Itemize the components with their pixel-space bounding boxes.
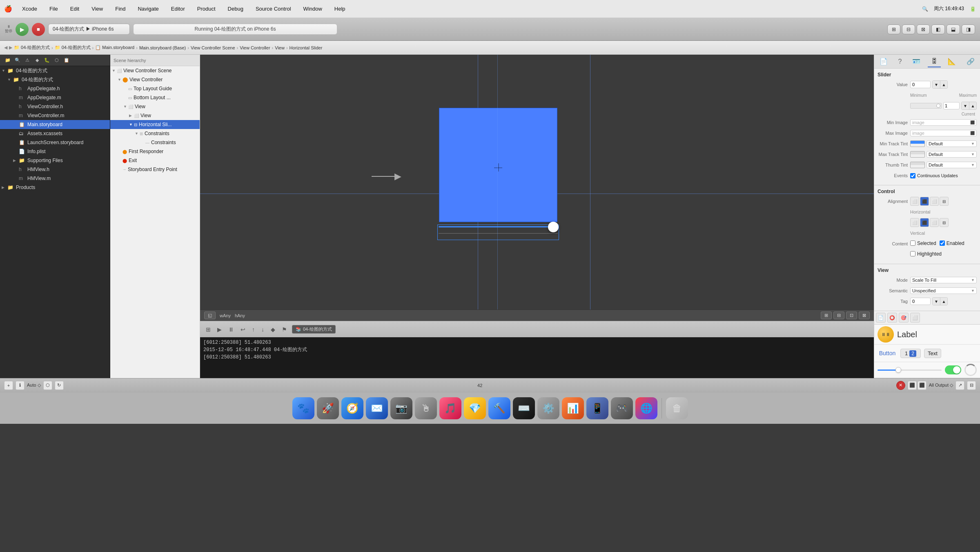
semantic-dropdown[interactable]: Unspecified ▼ bbox=[910, 287, 977, 294]
breadcrumb-project[interactable]: 📁 04-绘图的方式 bbox=[14, 45, 50, 51]
toolbar-play-btn[interactable]: ▶ bbox=[216, 325, 223, 334]
toolbar-exception-btn[interactable]: ⚑ bbox=[280, 325, 289, 334]
tree-item-viewcontroller-h[interactable]: h ViewController.h bbox=[0, 102, 110, 111]
current-value-input[interactable] bbox=[943, 102, 960, 109]
align-left-btn[interactable]: ⬜ bbox=[910, 197, 919, 206]
storyboard-item-view-inner[interactable]: ▶ ⬜ View bbox=[110, 111, 200, 120]
tree-item-appdelegate-h[interactable]: h AppDelegate.h bbox=[0, 84, 110, 93]
dock-simulator[interactable]: 📱 bbox=[586, 397, 608, 419]
menu-xcode[interactable]: Xcode bbox=[20, 5, 40, 13]
stepper-up2[interactable]: ▲ bbox=[969, 102, 976, 109]
hide-debug-btn[interactable]: ⬓ bbox=[947, 24, 960, 34]
tree-item-products[interactable]: ▶ 📁 Products bbox=[0, 183, 110, 192]
text-component[interactable]: Text bbox=[924, 349, 941, 358]
tab-size[interactable]: 📐 bbox=[944, 56, 959, 67]
toolbar-step-btn[interactable]: ↩ bbox=[239, 325, 247, 334]
canvas-size-button[interactable]: ◱ bbox=[204, 312, 216, 319]
dock-mouse[interactable]: 🖱 bbox=[415, 397, 437, 419]
continuous-updates-checkbox[interactable] bbox=[910, 173, 915, 178]
toolbar-toggle-btn[interactable]: ⊞ bbox=[204, 325, 212, 334]
stop-button[interactable]: ■ bbox=[32, 23, 45, 36]
dock-itunes[interactable]: 🎵 bbox=[439, 397, 461, 419]
align-center-btn[interactable]: ⬛ bbox=[920, 197, 929, 206]
menu-product[interactable]: Product bbox=[195, 5, 218, 13]
tree-item-main-storyboard[interactable]: 📋 Main.storyboard bbox=[0, 120, 110, 129]
menu-window[interactable]: Window bbox=[301, 5, 325, 13]
storyboard-item-top-layout[interactable]: ▭ Top Layout Guide bbox=[110, 84, 200, 93]
strip-box-icon[interactable]: ⬜ bbox=[910, 313, 920, 323]
tree-item-sub-root[interactable]: ▼ 📁 04-绘图的方式 bbox=[0, 75, 110, 84]
text-btn-preview[interactable]: 1 2 bbox=[900, 349, 921, 358]
menu-editor[interactable]: Editor bbox=[169, 5, 187, 13]
canvas-align-btn[interactable]: ⊟ bbox=[833, 312, 844, 319]
tree-item-root[interactable]: ▼ 📁 04-绘图的方式 bbox=[0, 66, 110, 75]
menu-edit[interactable]: Edit bbox=[68, 5, 82, 13]
run-button[interactable]: ▶ bbox=[16, 23, 29, 36]
menu-source-control[interactable]: Source Control bbox=[253, 5, 294, 13]
apple-menu[interactable]: 🍎 bbox=[4, 5, 12, 13]
align-bottom-btn[interactable]: ⬜ bbox=[930, 218, 939, 227]
tab-file[interactable]: 📄 bbox=[876, 56, 891, 67]
dock-safari[interactable]: 🧭 bbox=[341, 397, 363, 419]
max-tint-swatch[interactable] bbox=[910, 151, 925, 158]
dock-trash[interactable]: 🗑 bbox=[666, 397, 688, 419]
tag-stepper-up[interactable]: ▲ bbox=[940, 298, 947, 305]
storyboard-item-first-responder[interactable]: ⬤ First Responder bbox=[110, 147, 200, 156]
nav-debug-icon[interactable]: 🐛 bbox=[42, 56, 51, 65]
thumb-tint-swatch[interactable] bbox=[910, 162, 925, 168]
tab-connections[interactable]: 🔗 bbox=[963, 56, 978, 67]
strip-doc-icon[interactable]: 📄 bbox=[876, 313, 886, 323]
align-top-btn[interactable]: ⬜ bbox=[910, 218, 919, 227]
menu-help[interactable]: Help bbox=[332, 5, 348, 13]
storyboard-item-view[interactable]: ▼ ⬜ View bbox=[110, 102, 200, 111]
tag-stepper[interactable]: ▼ ▲ bbox=[932, 297, 948, 305]
breadcrumb-mainstoryboard[interactable]: 📋 Main.storyboard bbox=[95, 45, 134, 50]
align-middle-btn[interactable]: ⬛ bbox=[920, 218, 929, 227]
tree-item-hmview-h[interactable]: h HMView.h bbox=[0, 165, 110, 174]
goto-btn[interactable]: ↗ bbox=[956, 381, 964, 390]
menu-debug[interactable]: Debug bbox=[225, 5, 246, 13]
menu-navigate[interactable]: Navigate bbox=[135, 5, 161, 13]
breakpoint-btn[interactable]: ⬡ bbox=[43, 381, 52, 390]
tag-input[interactable] bbox=[910, 298, 931, 305]
breadcrumb-slider[interactable]: Horizontal Slider bbox=[290, 45, 323, 50]
breadcrumb-vc-scene[interactable]: View Controller Scene bbox=[191, 45, 235, 50]
canvas-grid-btn[interactable]: ⊞ bbox=[821, 312, 832, 319]
split-btn[interactable]: ⊟ bbox=[967, 381, 976, 390]
storyboard-item-slider[interactable]: ▼ ⊟ Horizontal Sli... bbox=[110, 120, 200, 129]
slider-thumb[interactable] bbox=[548, 222, 559, 232]
menu-view[interactable]: View bbox=[89, 5, 105, 13]
tree-item-hmview-m[interactable]: m HMView.m bbox=[0, 174, 110, 183]
dock-xcode[interactable]: 🔨 bbox=[488, 397, 510, 419]
toolbar-breakpoint-btn[interactable]: ◆ bbox=[269, 325, 277, 334]
stepper-down2[interactable]: ▼ bbox=[962, 102, 969, 109]
dock-finder[interactable]: 🐾 bbox=[292, 397, 314, 419]
stepper-up[interactable]: ▲ bbox=[940, 81, 947, 88]
max-tint-dropdown[interactable]: Default ▼ bbox=[927, 151, 977, 158]
storyboard-item-exit[interactable]: ⬤ Exit bbox=[110, 156, 200, 165]
dock-terminal[interactable]: ⌨️ bbox=[513, 397, 535, 419]
tree-item-appdelegate-m[interactable]: m AppDelegate.m bbox=[0, 93, 110, 102]
value-input[interactable] bbox=[910, 81, 931, 88]
storyboard-item-vc-scene[interactable]: ▼ ⬜ View Controller Scene bbox=[110, 66, 200, 75]
dock-chrome[interactable]: 🌐 bbox=[635, 397, 657, 419]
breadcrumb-nav-forward[interactable]: ▶ bbox=[9, 45, 12, 50]
slider-container[interactable] bbox=[439, 226, 558, 234]
clear-console-btn[interactable]: ✕ bbox=[896, 381, 905, 390]
canvas-area[interactable]: ▶ bbox=[200, 55, 874, 309]
scheme-selector[interactable]: 04-绘图的方式 ▶ iPhone 6s bbox=[48, 24, 130, 35]
green-toggle[interactable] bbox=[945, 365, 961, 374]
selected-checkbox[interactable] bbox=[910, 240, 915, 246]
enabled-checkbox[interactable] bbox=[940, 240, 945, 246]
max-image-dropdown[interactable]: image ⬛ bbox=[910, 130, 977, 136]
stepper-down[interactable]: ▼ bbox=[933, 81, 940, 88]
highlighted-checkbox[interactable] bbox=[910, 251, 915, 256]
align-right-btn[interactable]: ⬜ bbox=[930, 197, 939, 206]
view-toggle-2[interactable]: ⬛ bbox=[918, 381, 927, 390]
dock-keynote[interactable]: 📊 bbox=[562, 397, 584, 419]
tree-item-launch-storyboard[interactable]: 📋 LaunchScreen.storyboard bbox=[0, 138, 110, 147]
canvas-zoom-btn[interactable]: ⊡ bbox=[846, 312, 857, 319]
view-toggle-1[interactable]: ⬛ bbox=[908, 381, 917, 390]
storyboard-item-bottom-layout[interactable]: ▭ Bottom Layout ... bbox=[110, 93, 200, 102]
menu-file[interactable]: File bbox=[47, 5, 60, 13]
